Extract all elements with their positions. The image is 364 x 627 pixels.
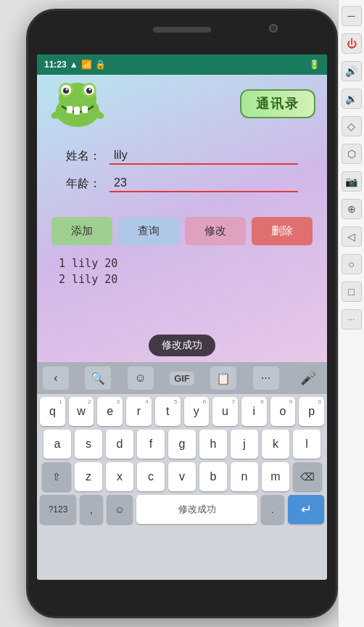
- keyboard-toolbar: ‹ 🔍 ☺ GIF 📋 ··· 🎤: [37, 362, 327, 394]
- key-z[interactable]: z: [75, 462, 102, 491]
- shift-key[interactable]: ⇧: [42, 462, 71, 491]
- key-o[interactable]: 9o: [270, 397, 296, 426]
- side-volume-up[interactable]: 🔊: [342, 61, 362, 81]
- lock-icon: 🔒: [95, 60, 106, 70]
- toast-message: 修改成功: [149, 335, 215, 356]
- key-row-4: ?123 , ☺ 修改成功 . ↵: [40, 495, 324, 524]
- key-row-1: 1q 2w 3e 4r 5t 6y 7u 8i 9o 0p: [40, 397, 324, 426]
- side-minimize[interactable]: ─: [342, 6, 362, 26]
- phone-camera: [269, 24, 278, 33]
- key-d[interactable]: d: [106, 430, 133, 459]
- form-area: 姓名： 年龄：: [37, 133, 327, 210]
- key-m[interactable]: m: [262, 462, 289, 491]
- keyboard: ‹ 🔍 ☺ GIF 📋 ··· 🎤 1q 2w 3e 4r 5t 6y 7u: [37, 362, 327, 580]
- age-row: 年龄：: [66, 175, 298, 192]
- keyboard-back-btn[interactable]: ‹: [43, 366, 69, 390]
- query-button[interactable]: 查询: [118, 217, 179, 245]
- key-s[interactable]: s: [75, 430, 102, 459]
- key-v[interactable]: v: [168, 462, 196, 491]
- key-r[interactable]: 4r: [126, 397, 152, 426]
- svg-point-9: [89, 89, 91, 91]
- key-l[interactable]: l: [293, 430, 320, 459]
- side-more[interactable]: ···: [342, 309, 362, 329]
- list-area: 1 lily 20 2 lily 20: [37, 253, 327, 293]
- key-h[interactable]: h: [199, 430, 227, 459]
- wifi-icon: ▲: [70, 60, 78, 70]
- side-zoom[interactable]: ⊕: [342, 199, 362, 219]
- age-label: 年龄：: [66, 176, 109, 192]
- keyboard-search-btn[interactable]: 🔍: [85, 366, 111, 390]
- space-key[interactable]: 修改成功: [136, 495, 257, 524]
- side-camera[interactable]: 📷: [342, 171, 362, 192]
- add-button[interactable]: 添加: [51, 217, 112, 245]
- numbers-key[interactable]: ?123: [40, 495, 76, 524]
- address-book-label: 通讯录: [240, 89, 315, 118]
- phone-frame: 11:23 ▲ 📶 🔒 🔋: [26, 9, 338, 618]
- delete-button[interactable]: 删除: [252, 217, 313, 245]
- side-home[interactable]: ○: [342, 254, 362, 274]
- keyboard-mic-btn[interactable]: 🎤: [295, 366, 321, 390]
- name-input[interactable]: [109, 147, 298, 165]
- svg-rect-11: [74, 107, 80, 115]
- key-n[interactable]: n: [231, 462, 258, 491]
- side-diamond2[interactable]: ⬡: [342, 144, 362, 164]
- svg-rect-12: [82, 106, 88, 113]
- key-e[interactable]: 3e: [97, 397, 123, 426]
- key-j[interactable]: j: [231, 430, 258, 459]
- key-c[interactable]: c: [137, 462, 165, 491]
- key-y[interactable]: 6y: [184, 397, 210, 426]
- keyboard-rows: 1q 2w 3e 4r 5t 6y 7u 8i 9o 0p a s d f: [37, 394, 327, 524]
- emoji-key[interactable]: ☺: [107, 495, 133, 524]
- name-label: 姓名：: [66, 149, 109, 164]
- app-content: 通讯录 姓名： 年龄： 添加 查询 修改 删除: [37, 75, 327, 362]
- list-item: 2 lily 20: [59, 273, 305, 286]
- screen: 11:23 ▲ 📶 🔒 🔋: [37, 54, 327, 580]
- edit-button[interactable]: 修改: [185, 217, 246, 245]
- key-f[interactable]: f: [137, 430, 165, 459]
- key-row-3: ⇧ z x c v b n m ⌫: [40, 462, 324, 491]
- key-q[interactable]: 1q: [40, 397, 65, 426]
- key-p[interactable]: 0p: [299, 397, 324, 426]
- comma-key[interactable]: ,: [80, 495, 103, 524]
- status-time: 11:23: [44, 60, 67, 70]
- side-back[interactable]: ◁: [342, 226, 362, 247]
- svg-rect-10: [67, 106, 73, 113]
- name-row: 姓名：: [66, 147, 298, 165]
- key-row-2: a s d f g h j k l: [40, 430, 324, 459]
- side-diamond1[interactable]: ◇: [342, 116, 362, 136]
- status-bar: 11:23 ▲ 📶 🔒 🔋: [37, 54, 327, 75]
- key-b[interactable]: b: [199, 462, 227, 491]
- signal-icon: 📶: [81, 60, 92, 70]
- action-buttons: 添加 查询 修改 删除: [37, 210, 327, 253]
- keyboard-more-btn[interactable]: ···: [253, 366, 279, 390]
- age-input[interactable]: [109, 175, 298, 192]
- side-square[interactable]: □: [342, 282, 362, 302]
- period-key[interactable]: .: [261, 495, 284, 524]
- status-left: 11:23 ▲ 📶 🔒: [44, 60, 106, 70]
- phone-speaker: [153, 27, 211, 33]
- list-item: 1 lily 20: [59, 257, 305, 270]
- keyboard-clipboard-btn[interactable]: 📋: [210, 366, 236, 390]
- side-volume-down[interactable]: 🔉: [342, 89, 362, 109]
- key-a[interactable]: a: [44, 430, 71, 459]
- side-power[interactable]: ⏻: [342, 33, 362, 54]
- gif-button[interactable]: GIF: [170, 372, 194, 385]
- key-x[interactable]: x: [106, 462, 133, 491]
- key-i[interactable]: 8i: [241, 397, 267, 426]
- key-u[interactable]: 7u: [212, 397, 238, 426]
- side-panel: ─ ⏻ 🔊 🔉 ◇ ⬡ 📷 ⊕ ◁ ○ □ ···: [338, 0, 364, 627]
- status-right: 🔋: [309, 60, 320, 70]
- delete-key[interactable]: ⌫: [293, 462, 322, 491]
- key-w[interactable]: 2w: [69, 397, 94, 426]
- battery-icon: 🔋: [309, 60, 320, 70]
- enter-key[interactable]: ↵: [288, 495, 324, 524]
- frog-logo: [49, 78, 107, 129]
- svg-point-8: [66, 89, 68, 91]
- key-t[interactable]: 5t: [155, 397, 181, 426]
- key-g[interactable]: g: [168, 430, 196, 459]
- keyboard-emoji-btn[interactable]: ☺: [128, 366, 154, 390]
- header-area: 通讯录: [37, 75, 327, 133]
- key-k[interactable]: k: [262, 430, 289, 459]
